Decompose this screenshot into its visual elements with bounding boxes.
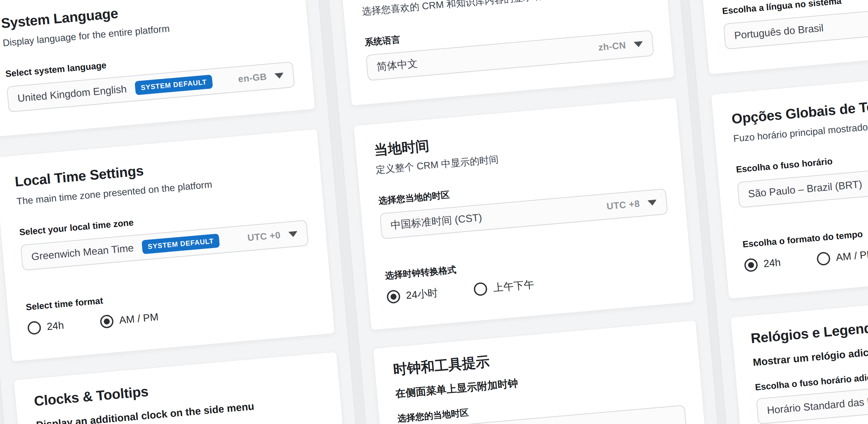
radio-selected-icon[interactable]: [99, 314, 114, 329]
radio-dot: [748, 262, 754, 268]
radio-option-label: 上午下午: [493, 278, 534, 295]
caret-down-icon: [647, 199, 657, 206]
selected-option-value: São Paulo – Brazil (BRT): [748, 178, 863, 200]
time-format-radio-group: Select time format24hAM / PM: [26, 277, 314, 335]
settings-card: Clocks & TooltipsDisplay an additional c…: [13, 351, 355, 424]
radio-dot: [390, 293, 397, 300]
settings-card: Opções Globais de TempoFuzo horário prin…: [711, 66, 868, 299]
settings-card: Local Time SettingsThe main time zone pr…: [0, 129, 335, 362]
radio-option-label: 24小时: [406, 286, 439, 303]
settings-card: Escolha a língua no sistemaPortuguês do …: [693, 0, 868, 75]
system-default-badge: SYSTEM DEFAULT: [142, 233, 220, 254]
time-format-radio-group: Escolha o formato do tempo24hAM / PM: [742, 214, 868, 272]
selected-option-value: United Kingdom English: [17, 83, 127, 105]
radio-selected-icon[interactable]: [744, 258, 758, 272]
card-subtitle: 选择您喜欢的 CRM 和知识库内容的显示语言: [362, 0, 649, 18]
time-format-radio-group: 选择时钟转换格式24小时上午下午: [385, 246, 674, 304]
radio-option-label: 24h: [763, 256, 781, 270]
radio-option[interactable]: AM / PM: [816, 248, 868, 266]
settings-page-en-GB: System LanguageDisplay language for the …: [0, 0, 365, 424]
settings-card: 当地时间定义整个 CRM 中显示的时间选择您当地的时区中国标准时间 (CST)U…: [353, 97, 694, 330]
selected-option-value: 中国标准时间 (CST): [390, 211, 483, 232]
selected-option-value: Português do Brasil: [734, 22, 824, 41]
settings-collage: System LanguageDisplay language for the …: [0, 0, 868, 424]
settings-card: 系统语言选择您喜欢的 CRM 和知识库内容的显示语言系统语言简体中文zh-CN: [336, 0, 675, 106]
select-field: 选择您当地的时区中国标准时间 (CST)UTC +8: [378, 171, 668, 239]
radio-unselected-icon[interactable]: [27, 321, 41, 335]
select-field: 系统语言简体中文zh-CN: [364, 12, 654, 81]
selected-option-value: 简体中文: [376, 57, 418, 74]
radio-option-label: AM / PM: [119, 311, 159, 326]
radio-option[interactable]: 24h: [744, 256, 781, 272]
caret-down-icon: [288, 231, 298, 237]
selected-option-value: Greenwich Mean Time: [31, 242, 134, 263]
select-field: Select system languageUnited Kingdom Eng…: [5, 44, 295, 112]
selected-option-value: Horário Standard das Filipinas: [767, 393, 868, 416]
selected-option-code: UTC +8: [606, 198, 641, 212]
settings-card: 时钟和工具提示在侧面菜单上显示附加时钟选择您的当地时区: [373, 320, 714, 424]
caret-down-icon: [274, 73, 284, 79]
select-field: Select your local time zoneGreenwich Mea…: [19, 202, 309, 271]
radio-option[interactable]: 24h: [27, 319, 64, 335]
radio-selected-icon[interactable]: [386, 289, 401, 304]
radio-unselected-icon[interactable]: [473, 282, 488, 296]
selected-option-code: zh-CN: [598, 40, 626, 53]
radio-option-label: 24h: [46, 319, 64, 333]
card-title: Relógios e Legendas: [750, 306, 868, 346]
select-field: Escolha o fuso horárioSão Paulo – Brazil…: [736, 139, 868, 208]
settings-page-zh-CN: 系统语言选择您喜欢的 CRM 和知识库内容的显示语言系统语言简体中文zh-CN当…: [320, 0, 724, 424]
selected-option-code: UTC +0: [247, 230, 281, 244]
settings-card: Relógios e LegendasMostrar um relógio ad…: [731, 289, 868, 424]
select-field: Escolha a língua no sistemaPortuguês do …: [722, 0, 868, 49]
radio-option-label: AM / PM: [836, 248, 868, 263]
radio-option[interactable]: 上午下午: [473, 278, 534, 297]
radio-unselected-icon[interactable]: [816, 251, 831, 266]
select-field-label: Escolha o fuso horário: [736, 139, 868, 175]
selected-option-code: en-GB: [238, 72, 267, 84]
card-title: Opções Globais de Tempo: [731, 86, 868, 127]
radio-dot: [103, 318, 110, 325]
radio-group-label: Escolha o formato do tempo: [742, 214, 868, 250]
caret-down-icon: [633, 41, 643, 47]
radio-option[interactable]: AM / PM: [99, 310, 159, 329]
settings-card: System LanguageDisplay language for the …: [0, 0, 315, 138]
radio-option[interactable]: 24小时: [386, 286, 439, 304]
system-default-badge: SYSTEM DEFAULT: [135, 75, 213, 95]
